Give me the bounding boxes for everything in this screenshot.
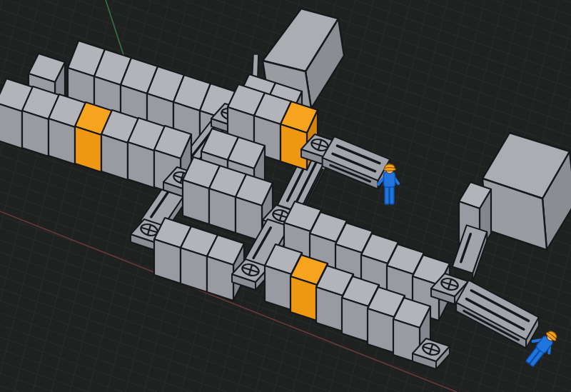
scene-canvas[interactable]	[0, 0, 571, 392]
viewport-3d[interactable]	[0, 0, 571, 392]
hard-hat	[384, 164, 396, 171]
